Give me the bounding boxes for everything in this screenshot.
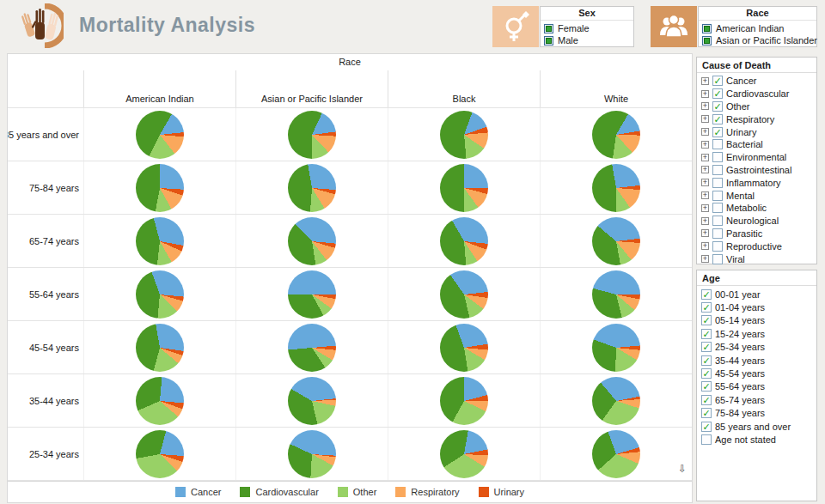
pie-chart-35-44-years-american-indian[interactable] — [136, 377, 184, 425]
pie-chart-25-34-years-american-indian[interactable] — [136, 430, 184, 478]
age-item-55-64-years[interactable]: 55-64 years — [701, 380, 816, 393]
pie-chart-35-44-years-white[interactable] — [592, 377, 640, 425]
sex-item-female[interactable]: Female — [544, 22, 633, 34]
age-item-age-not-stated[interactable]: Age not stated — [701, 433, 816, 446]
pie-chart-35-44-years-asian-or-pacific-islander[interactable] — [288, 377, 336, 425]
pie-chart-35-44-years-black[interactable] — [440, 377, 488, 425]
legend-swatch-cancer[interactable] — [175, 487, 186, 497]
checkbox-bacterial[interactable] — [712, 139, 723, 149]
checkbox-american-indian[interactable] — [702, 24, 712, 33]
checkbox-metabolic[interactable] — [712, 203, 723, 213]
cause-item-neurological[interactable]: Neurological — [701, 215, 816, 228]
checkbox-parasitic[interactable] — [712, 228, 723, 239]
checkbox-reproductive[interactable] — [712, 241, 723, 252]
checkbox-cardiovascular[interactable] — [712, 88, 723, 99]
race-item-asian-or-pacific-islander[interactable]: Asian or Pacific Islander — [702, 34, 816, 46]
checkbox-00-01-year[interactable] — [701, 289, 712, 300]
age-item-01-04-years[interactable]: 01-04 years — [701, 301, 816, 313]
cause-item-viral[interactable]: Viral — [701, 252, 816, 265]
expand-icon[interactable] — [701, 77, 709, 85]
checkbox-neurological[interactable] — [712, 216, 723, 226]
cause-item-cardiovascular[interactable]: Cardiovascular — [701, 88, 816, 100]
cause-item-other[interactable]: Other — [701, 100, 816, 113]
checkbox-female[interactable] — [544, 24, 553, 33]
legend-swatch-respiratory[interactable] — [395, 487, 406, 497]
checkbox-01-04-years[interactable] — [701, 302, 712, 313]
age-item-45-54-years[interactable]: 45-54 years — [701, 367, 816, 380]
expand-icon[interactable] — [701, 141, 709, 149]
age-item-15-24-years[interactable]: 15-24 years — [701, 327, 816, 340]
checkbox-other[interactable] — [712, 101, 723, 112]
pie-chart-75-84-years-black[interactable] — [440, 164, 488, 212]
pie-chart-45-54-years-white[interactable] — [592, 324, 640, 372]
age-item-65-74-years[interactable]: 65-74 years — [701, 393, 816, 406]
checkbox-gastrointestinal[interactable] — [712, 165, 723, 175]
age-item-05-14-years[interactable]: 05-14 years — [701, 314, 816, 327]
checkbox-environmental[interactable] — [712, 152, 723, 162]
cause-item-gastrointestinal[interactable]: Gastrointestinal — [701, 164, 816, 177]
expand-icon[interactable] — [701, 179, 709, 186]
cause-item-parasitic[interactable]: Parasitic — [701, 228, 816, 240]
checkbox-asian-or-pacific-islander[interactable] — [702, 36, 712, 46]
cause-item-metabolic[interactable]: Metabolic — [701, 202, 816, 215]
checkbox-respiratory[interactable] — [712, 114, 723, 124]
checkbox-85-years-and-over[interactable] — [701, 422, 712, 432]
expand-icon[interactable] — [701, 154, 709, 161]
pie-chart-85-years-and-over-asian-or-pacific-islander[interactable] — [288, 111, 336, 159]
expand-icon[interactable] — [701, 217, 709, 225]
age-item-85-years-and-over[interactable]: 85 years and over — [701, 420, 816, 433]
age-item-25-34-years[interactable]: 25-34 years — [701, 341, 816, 354]
checkbox-inflammatory[interactable] — [712, 178, 723, 188]
scroll-down-arrow[interactable]: ⇩ — [678, 464, 687, 474]
cause-item-bacterial[interactable]: Bacterial — [701, 138, 816, 151]
checkbox-15-24-years[interactable] — [701, 329, 712, 339]
expand-icon[interactable] — [701, 229, 709, 237]
expand-icon[interactable] — [701, 166, 709, 173]
expand-icon[interactable] — [701, 102, 709, 110]
checkbox-55-64-years[interactable] — [701, 381, 712, 392]
age-item-35-44-years[interactable]: 35-44 years — [701, 354, 816, 367]
cause-item-inflammatory[interactable]: Inflammatory — [701, 176, 816, 189]
checkbox-05-14-years[interactable] — [701, 315, 712, 325]
race-item-american-indian[interactable]: American Indian — [702, 22, 816, 34]
checkbox-viral[interactable] — [712, 254, 723, 264]
pie-chart-75-84-years-white[interactable] — [592, 164, 640, 212]
pie-chart-25-34-years-asian-or-pacific-islander[interactable] — [288, 430, 336, 478]
pie-chart-65-74-years-white[interactable] — [592, 217, 640, 265]
checkbox-75-84-years[interactable] — [701, 408, 712, 418]
legend-swatch-urinary[interactable] — [479, 487, 489, 497]
pie-chart-55-64-years-black[interactable] — [440, 270, 488, 319]
pie-chart-85-years-and-over-american-indian[interactable] — [136, 111, 184, 159]
pie-chart-45-54-years-black[interactable] — [440, 324, 488, 372]
checkbox-mental[interactable] — [712, 191, 723, 201]
pie-chart-65-74-years-black[interactable] — [440, 217, 488, 265]
checkbox-urinary[interactable] — [712, 127, 723, 137]
pie-chart-55-64-years-white[interactable] — [592, 270, 640, 319]
pie-chart-75-84-years-american-indian[interactable] — [136, 164, 184, 212]
checkbox-25-34-years[interactable] — [701, 342, 712, 352]
pie-chart-45-54-years-american-indian[interactable] — [136, 324, 184, 372]
expand-icon[interactable] — [701, 242, 709, 250]
legend-swatch-cardiovascular[interactable] — [240, 487, 250, 497]
pie-chart-85-years-and-over-black[interactable] — [440, 111, 488, 159]
cause-item-mental[interactable]: Mental — [701, 189, 816, 202]
pie-chart-25-34-years-white[interactable] — [592, 430, 640, 478]
age-item-00-01-year[interactable]: 00-01 year — [701, 288, 816, 301]
checkbox-age-not-stated[interactable] — [701, 434, 712, 445]
expand-icon[interactable] — [701, 191, 709, 199]
expand-icon[interactable] — [701, 204, 709, 212]
pie-chart-25-34-years-black[interactable] — [440, 430, 488, 478]
pie-chart-65-74-years-american-indian[interactable] — [136, 217, 184, 265]
cause-item-respiratory[interactable]: Respiratory — [701, 112, 816, 125]
pie-chart-45-54-years-asian-or-pacific-islander[interactable] — [288, 324, 336, 372]
cause-item-cancer[interactable]: Cancer — [701, 75, 816, 88]
pie-chart-55-64-years-asian-or-pacific-islander[interactable] — [288, 270, 336, 319]
expand-icon[interactable] — [701, 255, 709, 263]
cause-item-environmental[interactable]: Environmental — [701, 151, 816, 164]
cause-item-urinary[interactable]: Urinary — [701, 125, 816, 138]
checkbox-male[interactable] — [544, 36, 553, 46]
pie-chart-75-84-years-asian-or-pacific-islander[interactable] — [288, 164, 336, 212]
pie-chart-85-years-and-over-white[interactable] — [592, 111, 640, 159]
pie-chart-65-74-years-asian-or-pacific-islander[interactable] — [288, 217, 336, 265]
expand-icon[interactable] — [701, 128, 709, 136]
